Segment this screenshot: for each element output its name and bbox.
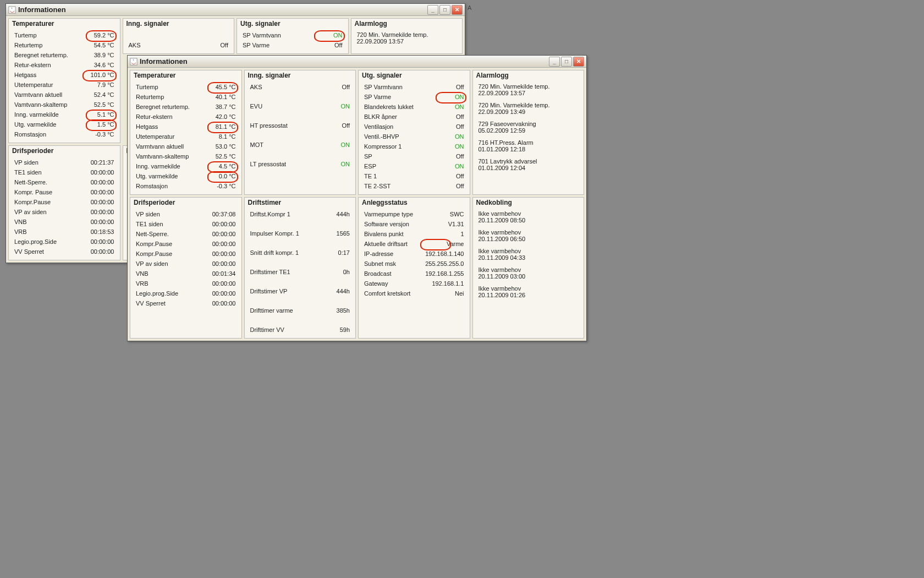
row: AKSOff (125, 40, 232, 50)
alarm-text: 720 Min. Varmekilde temp. (357, 31, 457, 38)
row: Driftst.Kompr 1444h (247, 209, 354, 228)
label: VV Sperret (136, 300, 203, 307)
row: VRB00:18:53 (11, 227, 118, 237)
value: 59h (317, 326, 350, 333)
value: Off (431, 113, 464, 120)
row: MOTON (247, 140, 354, 159)
alarm-date: 20.11.2009 08:50 (479, 217, 579, 223)
row: VNB00:00:00 (11, 217, 118, 227)
value: Off (310, 42, 343, 48)
value: ON (431, 163, 464, 170)
row: VP av siden00:00:00 (11, 207, 118, 217)
alarm-entry: Ikke varmbehov 20.11.2009 01:26 (475, 284, 582, 303)
value: 00:00:00 (81, 248, 114, 255)
row: Driftstimer VP444h (247, 286, 354, 306)
alarm-date: 22.09.2009 13:57 (357, 38, 457, 45)
value: 00:18:53 (81, 228, 114, 235)
close-button-1[interactable]: ✕ (452, 5, 463, 15)
value: 54.5 °C (81, 42, 114, 48)
row: VP siden00:21:37 (11, 157, 118, 167)
value: 00:00:00 (81, 189, 114, 195)
row: Kompr.Pause00:00:00 (11, 197, 118, 207)
label: VV Sperret (14, 248, 81, 255)
label: Utetemperatur (136, 133, 203, 140)
panel-title: Utg. signaler (237, 19, 348, 29)
label: VP siden (136, 211, 203, 217)
letter-a: A (468, 4, 471, 11)
row: Romstasjon-0.3 °C (11, 129, 118, 139)
label: Varmtvann aktuell (136, 143, 203, 150)
value: 00:00:00 (81, 219, 114, 225)
row: Retur-ekstern42.0 °C (133, 112, 239, 122)
label: VRB (136, 280, 203, 287)
label: LT pressostat (250, 161, 317, 167)
label: Nett-Sperre. (136, 231, 203, 237)
label: VNB (136, 270, 203, 277)
minimize-button-1[interactable]: _ (427, 5, 438, 15)
row: Nett-Sperre.00:00:00 (11, 177, 118, 187)
panel-title: Drifsperioder (9, 146, 120, 156)
value: 53.0 °C (203, 143, 236, 150)
label: Turtemp (136, 84, 203, 90)
row: VRB00:00:00 (133, 279, 239, 288)
label: Blandekrets lukket (364, 103, 431, 110)
label: Utg. varmekilde (136, 173, 203, 179)
label: HT pressostat (250, 122, 317, 129)
alarm-entry: Ikke varmbehov 20.11.2009 04:33 (475, 247, 582, 265)
value: 40.1 °C (203, 94, 236, 100)
row: Vamtvann-skaltemp52.5 °C (133, 151, 239, 161)
label: Retur-ekstern (136, 113, 203, 120)
row: Utetemperatur8.1 °C (133, 132, 239, 141)
row: Hetgass81.1 °C (133, 122, 239, 132)
row: VV Sperret00:00:00 (133, 298, 239, 308)
row: Kompr. Pause00:00:00 (11, 187, 118, 197)
value: Off (431, 123, 464, 130)
value: 4.5 °C (203, 163, 236, 170)
label: Ventilasjon (364, 123, 431, 130)
label: SP Varmtvann (364, 84, 431, 90)
label: Driftstimer TE1 (250, 269, 317, 275)
panel-utg-2: Utg. signaler SP VarmtvannOff SP VarmeON… (358, 70, 470, 195)
row: Drifttimer varme385h (247, 306, 354, 325)
alarm-date: 20.11.2009 01:26 (479, 292, 579, 298)
alarm-date: 22.09.2009 13:57 (479, 90, 579, 96)
alarm-date: 20.11.2009 03:00 (479, 273, 579, 280)
maximize-button-1[interactable]: □ (439, 5, 450, 15)
value: ON (431, 103, 464, 110)
label: TE 1 (364, 173, 431, 179)
titlebar-2[interactable]: Informationen _ □ ✕ (128, 56, 586, 68)
minimize-button-2[interactable]: _ (549, 57, 560, 67)
label: Driftst.Kompr 1 (250, 211, 317, 217)
alarm-entry: 729 Faseovervakning 05.02.2009 12:59 (475, 119, 582, 138)
label: Drifttimer varme (250, 307, 317, 314)
value: 00:00:00 (81, 179, 114, 186)
label: Inng. varmekilde (136, 163, 203, 170)
value: 81.1 °C (203, 123, 236, 130)
value: 00:00:00 (81, 199, 114, 205)
value: 385h (317, 307, 350, 314)
label: Impulser Kompr. 1 (250, 230, 317, 237)
value: Off (317, 84, 350, 90)
panel-title: Inng. signaler (245, 70, 356, 81)
maximize-button-2[interactable]: □ (561, 57, 572, 67)
label: Romstasjon (136, 183, 203, 189)
row: Beregnet returtemp.38.9 °C (11, 50, 118, 60)
value: 42.0 °C (203, 113, 236, 120)
row: Returtemp54.5 °C (11, 40, 118, 50)
label: AKS (129, 42, 196, 48)
label: ESP (364, 163, 431, 170)
label: Legio.prog.Side (136, 290, 203, 297)
row: BLKR åpnerOff (361, 112, 468, 122)
label: Kompr.Pause (136, 250, 203, 257)
alarm-entry: 701 Lavtrykk advarsel 01.01.2009 12:04 (475, 157, 582, 176)
alarm-entry: 720 Min. Varmekilde temp. 22.09.2009 13:… (475, 101, 582, 119)
row: Inng. varmekilde5.1 °C (11, 110, 118, 119)
alarm-date: 05.02.2009 12:59 (479, 127, 579, 134)
titlebar-1[interactable]: Informationen _ □ ✕ (6, 4, 465, 16)
close-button-2[interactable]: ✕ (573, 57, 584, 67)
row: Software versjonV1.31 (361, 219, 468, 229)
value: -0.3 °C (81, 131, 114, 138)
row: SP VarmeOff (239, 40, 346, 50)
value: 38.7 °C (203, 103, 236, 110)
label: Broadcast (364, 270, 420, 277)
